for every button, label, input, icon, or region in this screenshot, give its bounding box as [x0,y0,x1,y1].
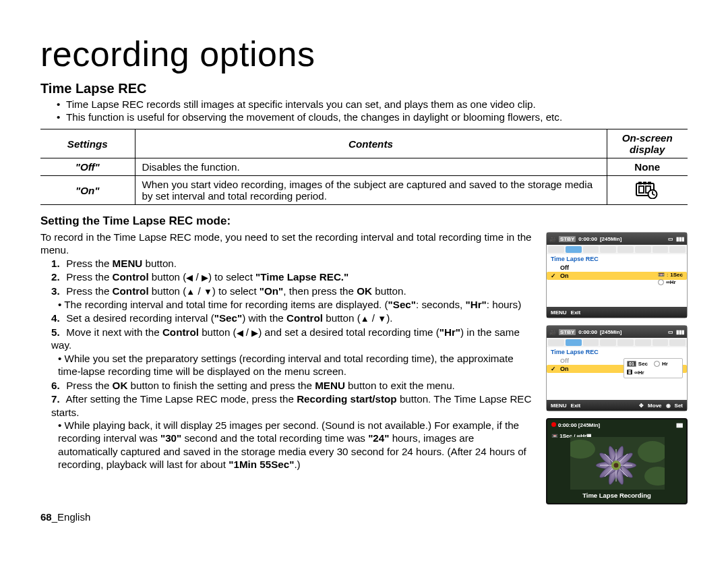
lcd-screenshot-1: 🎥 STBY 0:00:00 [245Min] ▭ ▮▮▮ Time Lapse… [546,232,688,318]
ok-icon: ◉ [666,403,671,409]
battery-icon: ▮▮▮ [676,329,684,335]
menu-title: Time Lapse REC [547,254,687,264]
check-icon: ✓ [551,272,557,279]
instructions: To record in the Time Lapse REC mode, yo… [40,231,534,504]
svg-rect-4 [639,186,644,193]
instructions-intro: To record in the Time Lapse REC mode, yo… [40,231,534,257]
settings-table: Settings Contents On-screen display "Off… [40,129,688,205]
intro-bullets: Time Lapse REC records still images at s… [57,98,688,123]
lcd-screenshot-3: 0:00:00 [245Min] ▮▮▮ 📼 1Sec / ∞Hr ▦ [546,418,688,504]
setting-off-label: "Off" [40,158,135,176]
down-arrow-icon: ▼ [377,314,386,325]
svg-rect-3 [648,182,651,185]
rec-dot-icon [551,422,556,427]
step-3-sub: The recording interval and total time fo… [58,298,534,311]
step-1: 1. Press the MENU button. [51,257,534,270]
timelapse-mini-icon: 📼 [658,272,665,278]
up-arrow-icon: ▲ [361,314,369,325]
step-5: 5. Move it next with the Control button … [51,326,534,378]
col-header-settings: Settings [40,129,135,158]
table-row: "On" When you start video recording, ima… [40,176,688,205]
time-lapse-icon [636,181,659,199]
col-header-contents: Contents [135,129,607,158]
card-icon: ▭ [668,329,673,335]
table-row: "Off" Disables the function. None [40,158,688,176]
timelapse-mini-icon: 📼 [551,433,558,439]
camcorder-icon: 🎥 [549,236,556,242]
right-arrow-icon: ▶ [251,328,258,339]
intro-bullet: Time Lapse REC records still images at s… [57,98,688,111]
left-arrow-icon: ◀ [237,328,243,339]
setting-off-contents: Disables the function. [135,158,607,176]
camcorder-icon: 🎥 [549,329,556,335]
step-2: 2. Press the Control button (◀ / ▶) to s… [51,270,534,284]
setting-off-display: None [607,158,688,176]
setting-on-contents: When you start video recording, images o… [135,176,607,205]
card-icon: ▭ [668,236,673,242]
up-arrow-icon: ▲ [186,287,195,298]
down-arrow-icon: ▼ [204,287,212,298]
step-6: 6. Press the OK button to finish the set… [51,379,534,392]
setting-on-display [607,176,688,205]
svg-rect-1 [638,182,642,185]
check-icon: ✓ [551,366,557,372]
nav-icon: ✥ [639,403,644,409]
svg-rect-2 [643,182,646,185]
battery-icon: ▮▮▮ [676,236,684,242]
page-footer: 68_English [40,511,688,523]
svg-point-27 [614,463,619,468]
menu-title: Time Lapse REC [547,347,687,357]
col-header-display: On-screen display [607,129,688,158]
film-icon: 🎞 [627,370,632,376]
step-7-sub: While playing back, it will display 25 i… [58,419,534,471]
recording-caption: Time Lapse Recording [547,492,686,499]
intro-bullet: This function is useful for observing th… [57,111,688,123]
right-arrow-icon: ▶ [202,272,208,284]
left-arrow-icon: ◀ [186,272,193,284]
section-heading: Time Lapse REC [40,81,688,96]
setting-on-label: "On" [40,176,135,205]
battery-icon: ▮▮▮ [676,422,682,428]
chapter-title: recording options [40,36,688,71]
step-7: 7. After setting the Time Lapse REC mode… [51,392,534,471]
step-3: 3. Press the Control button (▲ / ▼) to s… [51,285,534,311]
screenshot-thumbnails: 🎥 STBY 0:00:00 [245Min] ▭ ▮▮▮ Time Lapse… [546,232,688,504]
step-4: 4. Set a desired recording interval ("Se… [51,312,534,325]
step-5-sub: While you set the preparatory settings (… [58,352,534,378]
lcd-screenshot-2: 🎥 STBY 0:00:00 [245Min] ▭ ▮▮▮ Time Lapse… [546,325,688,411]
sub-heading: Setting the Time Lapse REC mode: [40,214,688,228]
flower-photo [570,437,665,490]
